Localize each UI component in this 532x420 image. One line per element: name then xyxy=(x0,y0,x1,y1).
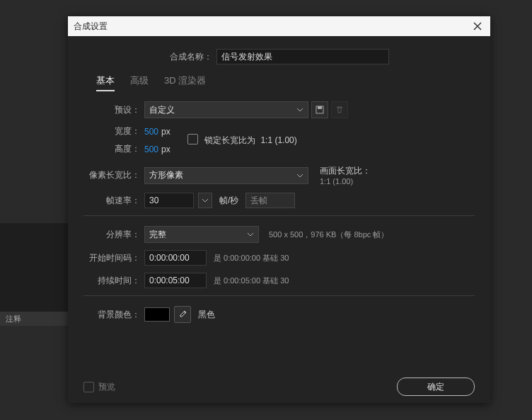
tab-basic[interactable]: 基本 xyxy=(96,74,115,91)
fps-label: 帧速率： xyxy=(83,195,144,207)
composition-settings-dialog: 合成设置 合成名称： 基本 高级 3D 渲染器 预设： 自定义 xyxy=(68,16,490,403)
bg-color-label: 背景颜色： xyxy=(83,309,144,321)
height-label: 高度： xyxy=(83,143,144,155)
preset-label: 预设： xyxy=(83,104,144,116)
divider xyxy=(83,215,475,216)
close-button[interactable] xyxy=(470,19,485,33)
bg-color-name: 黑色 xyxy=(198,309,215,321)
dialog-title: 合成设置 xyxy=(74,21,108,33)
fps-input[interactable] xyxy=(144,193,194,208)
save-icon xyxy=(316,106,324,114)
lock-aspect-label: 锁定长宽比为 xyxy=(204,135,255,145)
par-select[interactable]: 方形像素 xyxy=(144,167,308,184)
ok-button[interactable]: 确定 xyxy=(397,378,475,396)
drop-select: 丢帧 xyxy=(245,193,295,208)
bg-color-swatch[interactable] xyxy=(144,307,170,322)
dialog-titlebar: 合成设置 xyxy=(68,16,490,36)
duration-info: 是 0:00:05:00 基础 30 xyxy=(214,276,289,286)
divider xyxy=(83,295,475,296)
close-icon xyxy=(473,22,482,30)
start-timecode-info: 是 0:00:00:00 基础 30 xyxy=(214,253,289,263)
par-label: 像素长宽比： xyxy=(83,169,144,181)
width-value[interactable]: 500 xyxy=(144,127,158,137)
resolution-label: 分辨率： xyxy=(83,229,144,241)
lock-aspect-ratio: 1:1 (1.00) xyxy=(260,135,296,145)
preview-label: 预览 xyxy=(98,381,115,393)
resolution-select[interactable]: 完整 xyxy=(144,226,259,243)
height-unit: px xyxy=(161,144,170,154)
fps-dropdown[interactable] xyxy=(198,193,212,208)
width-label: 宽度： xyxy=(83,125,144,137)
resolution-info: 500 x 500，976 KB（每 8bpc 帧） xyxy=(269,229,388,240)
tab-advanced[interactable]: 高级 xyxy=(130,74,149,91)
width-unit: px xyxy=(161,127,170,137)
start-timecode-label: 开始时间码： xyxy=(83,252,144,264)
eyedropper-icon xyxy=(178,310,187,319)
lock-aspect-checkbox[interactable] xyxy=(187,134,198,144)
tab-3d-renderer[interactable]: 3D 渲染器 xyxy=(164,74,206,91)
trash-icon xyxy=(335,106,344,114)
fps-unit: 帧/秒 xyxy=(219,195,238,207)
svg-rect-3 xyxy=(318,106,322,109)
start-timecode-input[interactable] xyxy=(144,250,207,266)
chevron-down-icon xyxy=(202,198,209,203)
duration-input[interactable] xyxy=(144,273,207,288)
tabs: 基本 高级 3D 渲染器 xyxy=(96,74,475,91)
timeline-panel-bg: 0:00:00:00 xyxy=(0,223,68,322)
frame-aspect-value: 1:1 (1.00) xyxy=(320,177,371,186)
notes-label: 注释 xyxy=(6,314,21,324)
preview-checkbox[interactable] xyxy=(83,382,94,392)
frame-aspect-label: 画面长宽比： xyxy=(320,165,371,177)
comp-name-input[interactable] xyxy=(216,49,389,64)
chevron-down-icon xyxy=(296,174,303,178)
chevron-down-icon xyxy=(247,232,254,237)
height-value[interactable]: 500 xyxy=(144,144,158,154)
preset-select[interactable]: 自定义 xyxy=(144,101,308,118)
preset-delete-button xyxy=(331,101,348,118)
comp-name-label: 合成名称： xyxy=(170,51,216,63)
duration-label: 持续时间： xyxy=(83,275,144,287)
preset-save-button[interactable] xyxy=(311,101,328,118)
chevron-down-icon xyxy=(296,108,303,112)
eyedropper-button[interactable] xyxy=(174,306,191,323)
